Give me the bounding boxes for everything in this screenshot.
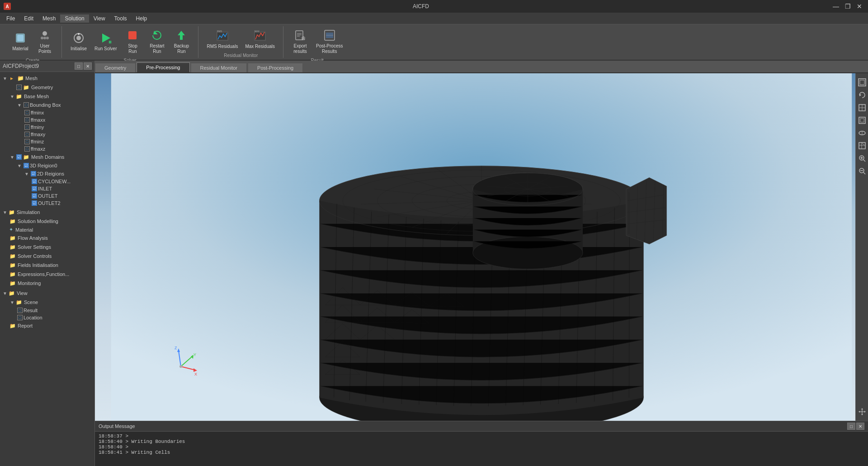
ffmaxx-checkbox[interactable]: □ xyxy=(24,117,30,123)
tree-node-result[interactable]: □ Result xyxy=(0,307,94,314)
material-button[interactable]: Material xyxy=(9,29,32,53)
menu-mesh[interactable]: Mesh xyxy=(38,14,60,23)
result-checkbox[interactable]: □ xyxy=(17,308,23,313)
svg-marker-135 xyxy=(193,368,197,372)
2d-regions-checkbox[interactable]: ☑ xyxy=(31,171,36,176)
inlet-checkbox[interactable]: ☑ xyxy=(32,186,37,191)
tree-node-simulation[interactable]: ▼ 📁 Simulation xyxy=(0,208,94,217)
tree-node-base-mesh[interactable]: ▼ 📁 Base Mesh xyxy=(0,92,94,101)
monitoring-label: Monitoring xyxy=(18,281,41,286)
mesh-folder-icon: ▸ xyxy=(8,75,15,82)
rms-residuals-button[interactable]: RMS RMS Residuals xyxy=(204,27,241,51)
export-results-button[interactable]: Exportresults xyxy=(289,26,311,56)
panel-close-button[interactable]: ✕ xyxy=(84,62,92,70)
tree-node-cyclonew[interactable]: ☑ CYCLONEW... xyxy=(0,178,94,185)
outlet2-checkbox[interactable]: ☑ xyxy=(32,200,37,206)
rotate-view-button[interactable] xyxy=(857,90,868,100)
output-restore-button[interactable]: □ xyxy=(847,423,855,430)
3d-region0-label: 3D Reigion0 xyxy=(30,163,57,168)
menu-edit[interactable]: Edit xyxy=(19,14,38,23)
tree-node-outlet[interactable]: ☑ OUTLET xyxy=(0,192,94,200)
tree-node-material-sim[interactable]: ✦ Material xyxy=(0,226,94,233)
menu-view[interactable]: View xyxy=(89,14,110,23)
ffminy-label: ffminy xyxy=(31,124,44,130)
zoom-out-button[interactable] xyxy=(857,166,868,176)
location-label: Location xyxy=(24,315,42,320)
fit-view-button[interactable] xyxy=(857,77,868,88)
tree-node-3d-region0[interactable]: ▼ ☑ 3D Reigion0 xyxy=(0,162,94,170)
tree-node-solver-settings[interactable]: 📁 Solver Settings xyxy=(0,243,94,252)
tab-post-processing[interactable]: Post-Processing xyxy=(248,63,303,72)
ffminx-checkbox[interactable]: □ xyxy=(24,110,30,115)
tree-node-ffmaxz[interactable]: □ ffmaxz xyxy=(0,145,94,152)
tab-geometry[interactable]: Geometry xyxy=(95,63,136,72)
menu-file[interactable]: File xyxy=(2,14,19,23)
tree-node-2d-regions[interactable]: ▼ ☑ 2D Reigions xyxy=(0,170,94,178)
ffmaxx-label: ffmaxx xyxy=(31,117,45,123)
ffminy-checkbox[interactable]: □ xyxy=(24,124,30,130)
tree-node-location[interactable]: □ Location xyxy=(0,314,94,321)
location-checkbox[interactable]: □ xyxy=(17,315,23,320)
bounding-box-checkbox[interactable]: □ xyxy=(24,102,29,108)
tree-node-expressions[interactable]: 📁 Expressions,Function... xyxy=(0,270,94,279)
ffmaxy-checkbox[interactable]: □ xyxy=(24,132,30,137)
tree-node-bounding-box[interactable]: ▼ □ Bounding Box xyxy=(0,101,94,109)
post-process-results-button[interactable]: Post-ProcessResults xyxy=(313,26,345,56)
restart-run-button[interactable]: RestartRun xyxy=(146,26,168,56)
tree-node-monitoring[interactable]: 📁 Monitoring xyxy=(0,279,94,288)
tree-node-ffminz[interactable]: □ ffminz xyxy=(0,138,94,145)
ffmaxz-checkbox[interactable]: □ xyxy=(24,146,30,152)
tab-residual-monitor[interactable]: Residual Monitor xyxy=(191,63,247,72)
svg-point-7 xyxy=(76,36,81,40)
restart-run-label: RestartRun xyxy=(150,43,164,54)
geometry-checkbox[interactable]: □ xyxy=(16,85,22,90)
tree-node-mesh-domains[interactable]: ▼ ☑ 📁 Mesh Domains xyxy=(0,152,94,162)
ffminz-checkbox[interactable]: □ xyxy=(24,139,30,144)
initialise-button[interactable]: Initialise xyxy=(67,29,90,53)
outlet-checkbox[interactable]: ☑ xyxy=(32,193,37,199)
panel-restore-button[interactable]: □ xyxy=(75,62,83,70)
tree-node-ffmaxx[interactable]: □ ffmaxx xyxy=(0,116,94,124)
tree-node-solution-modelling[interactable]: 📁 Solution Modelling xyxy=(0,217,94,226)
backup-run-button[interactable]: BackupRun xyxy=(170,26,193,56)
back-view-button[interactable] xyxy=(857,115,868,126)
max-residuals-icon: MAX xyxy=(253,29,267,43)
right-view-button[interactable] xyxy=(857,140,868,151)
tree-node-outlet2[interactable]: ☑ OUTLET2 xyxy=(0,200,94,207)
output-header: Output Message □ ✕ xyxy=(95,421,868,432)
tree-node-report[interactable]: 📁 Report xyxy=(0,321,94,330)
tree-node-solver-controls[interactable]: 📁 Solver Controls xyxy=(0,252,94,261)
tree-node-view[interactable]: ▼ 📁 View xyxy=(0,289,94,298)
tree-node-ffminx[interactable]: □ ffminx xyxy=(0,109,94,116)
tree-node-ffminy[interactable]: □ ffminy xyxy=(0,124,94,131)
menu-solution[interactable]: Solution xyxy=(60,14,89,23)
tree-node-scene[interactable]: ▼ 📁 Scene xyxy=(0,298,94,307)
menu-help[interactable]: Help xyxy=(132,14,152,23)
run-solver-button[interactable]: Run Solver xyxy=(92,29,119,53)
minimize-button[interactable]: — xyxy=(831,2,841,10)
inlet-label: INLET xyxy=(38,186,52,191)
cyclonew-checkbox[interactable]: ☑ xyxy=(32,179,37,184)
front-view-button[interactable] xyxy=(857,102,868,113)
user-points-button[interactable]: UserPoints xyxy=(33,26,56,56)
close-button[interactable]: ✕ xyxy=(854,2,864,10)
3d-region0-checkbox[interactable]: ☑ xyxy=(24,163,29,168)
zoom-in-button[interactable] xyxy=(857,153,868,164)
drag-handle-button[interactable] xyxy=(857,406,868,417)
stop-run-button[interactable]: StopRun xyxy=(121,26,144,56)
top-view-button[interactable] xyxy=(857,128,868,138)
tree-node-fields-init[interactable]: 📁 Fields Initialisation xyxy=(0,261,94,270)
tab-pre-processing[interactable]: Pre-Processing xyxy=(137,62,189,72)
tree-node-mesh[interactable]: ▼ ▸ 📁 Mesh xyxy=(0,74,94,83)
tree-node-geometry[interactable]: □ 📁 Geometry xyxy=(0,83,94,92)
max-residuals-button[interactable]: MAX Max Residuals xyxy=(242,27,278,51)
output-close-button[interactable]: ✕ xyxy=(856,423,864,430)
menu-tools[interactable]: Tools xyxy=(110,14,132,23)
restore-button[interactable]: ❐ xyxy=(843,2,853,10)
tree-node-ffmaxy[interactable]: □ ffmaxy xyxy=(0,131,94,138)
tree-node-inlet[interactable]: ☑ INLET xyxy=(0,185,94,192)
tree-node-flow-analysis[interactable]: 📁 Flow Analysis xyxy=(0,233,94,243)
output-line-1: 18:58:37 > xyxy=(99,433,864,439)
mesh-domains-checkbox[interactable]: ☑ xyxy=(16,154,22,160)
base-mesh-expander: ▼ xyxy=(9,93,15,100)
